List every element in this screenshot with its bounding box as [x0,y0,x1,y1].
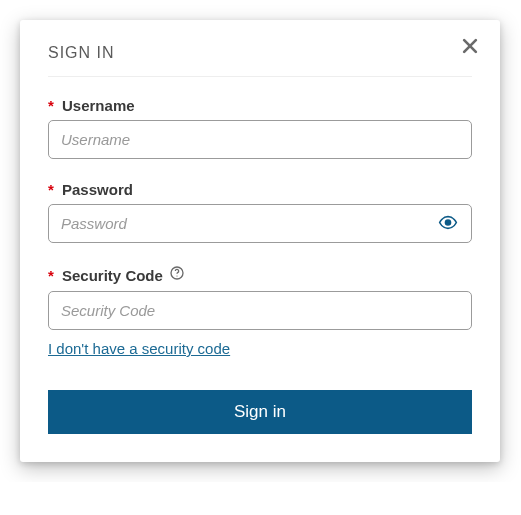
modal-header: SIGN IN [48,44,472,77]
svg-point-2 [446,220,451,225]
password-input-wrap [48,204,472,243]
modal-title: SIGN IN [48,44,115,62]
username-input-wrap [48,120,472,159]
security-code-field: * Security Code I don't have a security … [48,265,472,358]
security-code-label: * Security Code [48,267,163,284]
username-field: * Username [48,97,472,159]
required-asterisk: * [48,97,54,114]
eye-icon [438,212,458,235]
sign-in-button[interactable]: Sign in [48,390,472,434]
security-code-help-button[interactable] [169,265,185,285]
security-code-input[interactable] [48,291,472,330]
security-code-label-text: Security Code [62,267,163,284]
password-label-text: Password [62,181,133,198]
username-input[interactable] [48,120,472,159]
security-code-label-row: * Security Code [48,265,472,285]
password-input[interactable] [48,204,472,243]
toggle-password-visibility-button[interactable] [434,208,462,239]
required-asterisk: * [48,267,54,284]
password-label: * Password [48,181,472,198]
sign-in-modal: SIGN IN * Username * Password [20,20,500,462]
username-label: * Username [48,97,472,114]
svg-point-4 [176,275,177,276]
question-circle-icon [169,265,185,285]
close-button[interactable] [460,36,480,58]
close-icon [460,44,480,59]
required-asterisk: * [48,181,54,198]
password-field: * Password [48,181,472,243]
security-code-input-wrap [48,291,472,330]
no-security-code-link[interactable]: I don't have a security code [48,340,230,357]
username-label-text: Username [62,97,135,114]
